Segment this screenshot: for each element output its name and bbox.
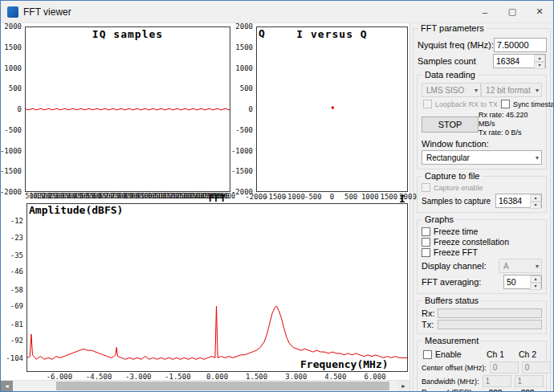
freeze-constellation-checkbox[interactable]: Freeze constellation: [422, 237, 542, 247]
scroll-left-button[interactable]: ◄: [1, 381, 13, 391]
tick-label: 500: [9, 85, 22, 92]
window-function-label: Window function:: [422, 139, 489, 149]
buffers-status-group: Buffers status Rx: Tx:: [417, 300, 547, 334]
spin-down-icon[interactable]: ▾: [530, 202, 541, 209]
tx-buffer-progress: [438, 320, 542, 329]
fft-plot[interactable]: Amplitude(dBFS) Frequency(MHz): [26, 203, 408, 372]
scroll-left-icon: ◄: [4, 383, 10, 389]
frequency-axis-label: Frequency(MHz): [300, 358, 389, 370]
spin-up-icon[interactable]: ▴: [530, 194, 541, 202]
ch2-header: Ch 2: [513, 349, 542, 359]
minimize-button[interactable]: –: [471, 1, 499, 23]
tick-label: -1500: [0, 168, 22, 175]
tick-label: 2000: [4, 23, 22, 31]
bandwidth-ch2-input[interactable]: [515, 375, 544, 387]
iq-samples-trace: [26, 27, 230, 191]
scrollbar-thumb[interactable]: [56, 382, 389, 390]
checkbox-icon: [501, 100, 510, 108]
tick-label: 1000: [4, 65, 22, 72]
bandwidth-label: Bandwidth (MHz):: [422, 378, 479, 386]
tx-rate-text: Tx rate: 0 B/s: [479, 129, 542, 137]
tx-buffer-label: Tx:: [422, 320, 434, 329]
checkbox-icon: [422, 248, 430, 257]
measurement-enable-checkbox[interactable]: Enable: [423, 349, 476, 359]
measurement-group: Measurement Enable Ch 1 Ch 2 Center offs…: [417, 341, 547, 391]
window-function-select[interactable]: Rectangular ▾: [422, 150, 542, 165]
center-offset-ch2-input[interactable]: [522, 361, 551, 374]
chevron-down-icon: ▾: [536, 263, 539, 270]
tick-label: -46: [10, 268, 23, 276]
freeze-time-checkbox[interactable]: Freeze time: [422, 227, 542, 236]
loopback-rx-tx-checkbox[interactable]: Loopback RX to TX: [423, 100, 498, 108]
tick-label: 2000: [235, 23, 253, 31]
device-mode-select[interactable]: LMS SISO ▾: [422, 83, 481, 97]
chevron-down-icon: ▾: [475, 87, 478, 94]
display-channel-select[interactable]: A ▾: [499, 259, 542, 273]
fft-viewer-window: FFT viewer – ▢ ✕ 2000150010005000-500-10…: [0, 0, 554, 392]
nyquist-freq-input[interactable]: [494, 38, 547, 52]
scroll-right-button[interactable]: ►: [397, 381, 409, 391]
tick-label: -58: [10, 287, 23, 294]
tick-label: 1500: [235, 44, 253, 51]
i-vs-q-title: I versus Q: [257, 28, 407, 40]
fft-averaging-label: FFT averaging:: [422, 277, 481, 287]
tick-label: -500: [4, 127, 22, 134]
app-icon: [7, 6, 18, 18]
capture-to-file-group: Capture to file Capture enable Samples t…: [417, 176, 547, 213]
chevron-down-icon: ▾: [536, 154, 539, 161]
checkbox-icon: [422, 238, 430, 247]
i-vs-q-plot[interactable]: I versus Q Q: [256, 27, 408, 192]
spin-up-icon[interactable]: ▴: [530, 276, 541, 283]
plots-area: 2000150010005000-500-1000-1500-2000 IQ s…: [1, 23, 409, 391]
center-offset-ch1-input[interactable]: [490, 361, 519, 374]
spin-down-icon[interactable]: ▾: [534, 62, 545, 69]
spin-down-icon[interactable]: ▾: [530, 283, 541, 290]
maximize-button[interactable]: ▢: [499, 1, 526, 23]
tick-label: -2000: [0, 189, 22, 196]
fft-plot-title: FFT: [26, 193, 408, 204]
power-ch1-value: ???: [481, 389, 510, 391]
tick-label: -1000: [0, 148, 22, 155]
bit-format-select[interactable]: 12 bit format ▾: [481, 83, 542, 97]
samples-count-spinner[interactable]: 16384 ▴▾: [493, 54, 546, 68]
stop-button[interactable]: STOP: [422, 116, 479, 133]
fft-trace: [27, 204, 407, 371]
rx-buffer-progress: [438, 308, 542, 318]
fft-y-axis: -12-23-35-46-58-69-81-92-104: [1, 203, 25, 372]
tick-label: 0: [249, 106, 253, 113]
power-ch2-value: ???: [513, 389, 542, 391]
chevron-down-icon: ▾: [536, 87, 539, 94]
graphs-group: Graphs Freeze time Freeze constellation …: [417, 219, 547, 294]
tick-label: -12: [10, 218, 23, 225]
iq-samples-plot[interactable]: IQ samples: [25, 27, 230, 192]
tick-label: 0: [18, 106, 22, 113]
buffers-group-title: Buffers status: [422, 296, 481, 305]
samples-to-capture-spinner[interactable]: 16384 ▴▾: [495, 194, 542, 208]
nyquist-freq-label: Nyquist freq (MHz):: [418, 40, 494, 50]
close-button[interactable]: ✕: [526, 1, 553, 23]
data-reading-group-title: Data reading: [422, 70, 478, 80]
fft-averaging-spinner[interactable]: 50 ▴▾: [503, 275, 542, 289]
checkbox-icon: [423, 350, 432, 359]
checkbox-icon: [423, 100, 432, 108]
fft-parameters-panel: FFT parameters Nyquist freq (MHz): Sampl…: [409, 23, 553, 391]
scrollbar-track[interactable]: [13, 381, 397, 391]
maximize-icon: ▢: [508, 6, 516, 17]
power-label: Power (dBFS):: [422, 389, 478, 391]
tick-label: -23: [10, 235, 23, 242]
titlebar[interactable]: FFT viewer – ▢ ✕: [1, 1, 553, 23]
tick-label: 500: [240, 85, 253, 92]
window-title: FFT viewer: [23, 6, 471, 18]
capture-enable-checkbox[interactable]: Capture enable: [422, 183, 542, 192]
q-axis-label: Q: [259, 27, 265, 39]
samples-count-label: Samples count: [418, 56, 476, 66]
horizontal-scrollbar[interactable]: ◄ ►: [1, 380, 409, 391]
spin-up-icon[interactable]: ▴: [534, 55, 545, 62]
center-offset-label: Center offset (MHz):: [422, 364, 487, 372]
tick-label: -1500: [231, 168, 253, 175]
fft-parameters-group-title: FFT parameters: [418, 23, 487, 33]
freeze-fft-checkbox[interactable]: Freeze FFT: [422, 247, 542, 257]
capture-group-title: Capture to file: [422, 171, 482, 181]
bandwidth-ch1-input[interactable]: [483, 375, 511, 387]
sync-timestamp-checkbox[interactable]: Sync timestamp: [501, 100, 553, 108]
